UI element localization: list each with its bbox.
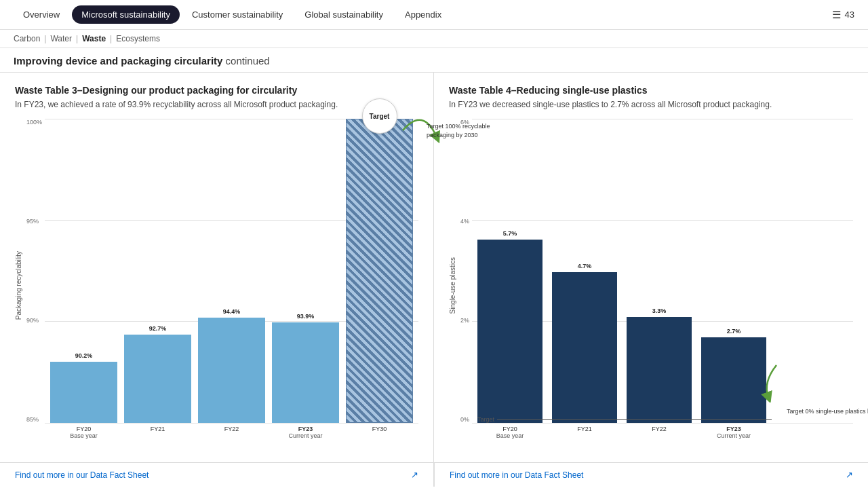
top-nav: Overview Microsoft sustainability Custom… [0,0,868,30]
bar-fy23-right: 2.7% [701,119,766,423]
bar-fy21-left-value: 92.7% [149,325,167,332]
target-label-line: Target [477,416,772,423]
right-footer-text: Find out more in our Data Fact Sheet [450,470,583,480]
bar-fy21-left-bar [124,335,191,423]
right-y-tick-0: 0% [460,416,469,423]
bar-fy21-right-bar [552,272,617,423]
y-tick-90: 90% [26,317,42,324]
x-label-fy23-right: FY23 Current year [701,426,766,455]
left-panel-subtitle: In FY23, we achieved a rate of 93.9% rec… [15,100,418,109]
x-label-fy23-left: FY23 Current year [272,426,339,455]
bar-fy20-right: 5.7% [477,119,542,423]
bar-fy20-right-value: 5.7% [503,230,517,237]
right-footer-link[interactable]: Find out more in our Data Fact Sheet ↗ [435,463,868,487]
bar-fy22-left-value: 94.4% [223,308,241,315]
left-panel: Waste Table 3–Designing our product pack… [0,73,434,462]
bar-fy22-right-value: 3.3% [652,307,667,314]
right-panel: Waste Table 4–Reducing single-use plasti… [434,73,868,462]
page-number: ☰ 43 [832,9,854,21]
x-label-fy20-right: FY20 Base year [477,426,542,455]
tab-appendix[interactable]: Appendix [395,5,451,24]
sub-nav-carbon[interactable]: Carbon [14,34,40,43]
bar-fy23-left-value: 93.9% [297,313,315,320]
sub-nav-water[interactable]: Water [50,34,72,43]
tab-global-sustainability[interactable]: Global sustainability [295,5,393,24]
left-chart-area: Packaging recyclability 100% 95% 90% 85% [15,116,418,462]
bar-fy23-left: 93.9% [272,119,339,423]
bar-fy20-left: 90.2% [50,119,117,423]
bar-fy20-left-bar [50,362,117,423]
right-panel-title: Waste Table 4–Reducing single-use plasti… [449,85,853,96]
right-y-tick-4: 4% [460,218,469,225]
right-y-tick-2: 2% [460,317,469,324]
y-tick-95: 95% [26,218,42,225]
left-panel-title: Waste Table 3–Designing our product pack… [15,85,418,96]
tab-customer-sustainability[interactable]: Customer sustainability [182,5,292,24]
page-title-bar: Improving device and packaging circulari… [0,48,868,72]
tab-overview[interactable]: Overview [14,5,69,24]
right-y-axis-label: Single-use plastics [449,257,456,314]
tab-microsoft-sustainability[interactable]: Microsoft sustainability [72,5,180,24]
x-label-fy22-left: FY22 [198,426,265,455]
target-arrow-right [756,362,783,402]
bar-fy22-right-bar [627,317,692,423]
sub-nav-ecosystems[interactable]: Ecosystems [116,34,160,43]
left-footer-text: Find out more in our Data Fact Sheet [15,470,149,480]
bar-fy21-right-value: 4.7% [578,263,592,269]
page-title: Improving device and packaging circulari… [14,55,854,67]
target-bubble-left: Target [362,98,397,134]
x-label-fy20-left: FY20 Base year [50,426,117,455]
x-label-fy22-right: FY22 [627,426,692,455]
bar-fy20-right-bar [477,240,542,423]
sub-nav: Carbon | Water | Waste | Ecosystems [0,30,868,48]
bar-fy23-left-bar [272,322,339,423]
right-chart-area: Single-use plastics 6% 4% 2% 0% [449,116,853,462]
x-label-fy21-right: FY21 [552,426,617,455]
x-label-fy21-left: FY21 [124,426,191,455]
bar-fy21-left: 92.7% [124,119,191,423]
right-external-icon: ↗ [846,470,853,480]
bar-fy22-left: 94.4% [198,119,265,423]
menu-icon: ☰ [832,9,841,21]
bar-fy21-right: 4.7% [552,119,617,423]
main-content: Waste Table 3–Designing our product pack… [0,72,868,462]
left-footer-link[interactable]: Find out more in our Data Fact Sheet ↗ [0,463,434,487]
target-annotation-right: Target 0% single-use plastics by 2025 [787,407,854,416]
bar-fy22-right: 3.3% [627,119,692,423]
right-panel-subtitle: In FY23 we decreased single-use plastics… [449,100,853,109]
y-tick-100: 100% [26,119,42,126]
bar-fy30-left: Target Target 10 [346,119,413,423]
bar-fy20-left-value: 90.2% [75,352,93,359]
sub-nav-waste[interactable]: Waste [82,34,106,43]
left-external-icon: ↗ [411,470,418,480]
left-y-axis-label: Packaging recyclability [15,251,22,320]
nav-tabs: Overview Microsoft sustainability Custom… [14,5,451,24]
bar-fy23-right-value: 2.7% [727,328,741,335]
target-annotation-left: Target 100% recyclable packaging by 2030 [427,122,494,139]
y-tick-85: 85% [26,416,42,423]
x-label-fy30-left: FY30 [346,426,413,455]
bar-fy30-left-bar [346,119,413,423]
bottom-row: Find out more in our Data Fact Sheet ↗ F… [0,462,868,487]
bar-fy22-left-bar [198,318,265,423]
